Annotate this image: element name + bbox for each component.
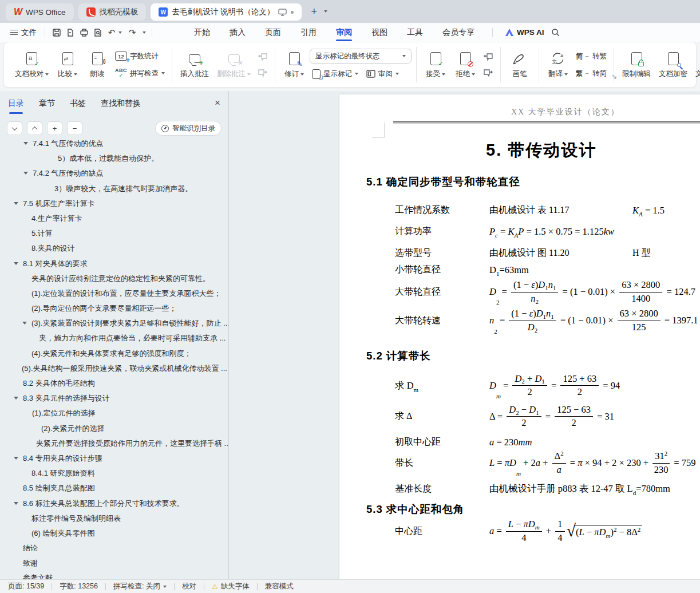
undo-button[interactable]: ↶ — [105, 26, 118, 39]
review-pane-button[interactable]: 审阅 — [364, 67, 401, 81]
menu-item-引用[interactable]: 引用 — [291, 23, 326, 42]
toc-item[interactable]: 致谢 — [0, 556, 228, 571]
sidebar-tab-书签[interactable]: 书签 — [70, 98, 86, 114]
search-button[interactable] — [549, 26, 563, 39]
collapse-all-button[interactable] — [27, 121, 42, 135]
collapse-triangle-icon[interactable] — [14, 262, 18, 265]
word-count-indicator[interactable]: 字数: 13256 — [52, 580, 105, 593]
page-indicator[interactable]: 页面: 15/39 — [8, 580, 52, 593]
menu-item-审阅[interactable]: 审阅 — [326, 23, 362, 42]
toc-item[interactable]: 8.夹具的设计 — [0, 241, 228, 256]
expand-all-button[interactable] — [7, 121, 22, 135]
toc-item[interactable]: 8.6 标注夹具总装配图上个部分尺寸和技术要求。 — [0, 496, 228, 511]
sidebar-tab-目录[interactable]: 目录 — [8, 98, 24, 114]
to-traditional-button[interactable]: 简→ 转繁 — [574, 49, 609, 63]
collapse-triangle-icon[interactable] — [23, 172, 28, 175]
toc-item[interactable]: (1).定位装置的设计和布置，应尽量使主要支承面积大些； — [0, 286, 228, 301]
toc-item[interactable]: (3).夹紧装置的设计则要求夹紧力足够和自锁性能好，防止 ... — [0, 316, 228, 331]
close-icon[interactable]: × — [215, 98, 220, 108]
wps-ai-button[interactable]: WPS AI — [505, 28, 544, 37]
show-markup-button[interactable]: ❏ 显示标记 — [310, 67, 361, 81]
doc-proof-button[interactable]: a✓ 文档校对 — [11, 46, 52, 84]
toc-item[interactable]: 夹，施力方向和作用点要恰当，必要时可采用辅助支承 ... — [0, 331, 228, 346]
toc-item[interactable]: 8.2 夹具体的毛坯结构 — [0, 376, 228, 391]
sidebar-tab-查找和替换[interactable]: 查找和替换 — [101, 98, 141, 114]
toc-item[interactable]: (1).定位元件的选择 — [0, 406, 228, 421]
undo-chevron-icon[interactable] — [118, 31, 122, 34]
smart-recognize-toc-button[interactable]: 智能识别目录 — [155, 121, 222, 136]
tab-list-chevron-icon[interactable] — [324, 10, 327, 13]
toc-item[interactable]: 8.1 对夹具体的要求 — [0, 256, 228, 271]
sidebar-tab-章节[interactable]: 章节 — [39, 98, 55, 114]
toc-item[interactable]: 5）成本低，过载能自动保护。 — [0, 151, 228, 166]
reject-button[interactable]: 拒绝 — [451, 46, 480, 84]
toc-item[interactable]: 4.生产率计算卡 — [0, 211, 228, 226]
toc-item[interactable]: 8.5 绘制夹具总装配图 — [0, 481, 228, 496]
collapse-triangle-icon[interactable] — [23, 142, 28, 145]
toc-item[interactable]: 标注零件编号及编制明细表 — [0, 511, 228, 526]
file-menu-button[interactable]: 文件 — [7, 27, 40, 38]
markup-state-select[interactable]: 显示标记的最终状态 — [310, 49, 412, 64]
proof-indicator[interactable]: 校对 — [175, 580, 204, 593]
toc-item[interactable]: 5.计算 — [0, 226, 228, 241]
to-simplified-button[interactable]: 繁→ 转简 — [574, 66, 609, 80]
app-home-tab[interactable]: W WPS Office — [6, 3, 74, 21]
toc-item[interactable]: 夹具的设计应特别注意定位的稳定性和夹紧的可靠性。 — [0, 271, 228, 286]
toc-item[interactable]: 7.4.1 气压传动的优点 — [0, 136, 228, 151]
toc-item[interactable]: 结论 — [0, 541, 228, 556]
menu-item-插入[interactable]: 插入 — [220, 23, 255, 42]
menu-item-页面[interactable]: 页面 — [255, 23, 291, 42]
encrypt-button[interactable]: 文档加密 — [655, 46, 691, 84]
new-tab-button[interactable]: + — [309, 6, 319, 18]
template-tab[interactable]: 找稻壳模板 — [78, 3, 147, 21]
compare-button[interactable]: ⇄ 比较 — [53, 46, 82, 84]
document-tab[interactable]: W 去毛刺机设计 说明书（论文） — [151, 3, 302, 21]
toc-item[interactable]: (6) 绘制夹具零件图 — [0, 526, 228, 541]
menu-item-会员专享[interactable]: 会员专享 — [433, 23, 484, 42]
collapse-triangle-icon[interactable] — [22, 322, 27, 325]
export-pdf-button[interactable] — [64, 26, 77, 39]
zoom-out-button[interactable]: − — [67, 121, 82, 135]
zoom-in-button[interactable]: + — [47, 121, 62, 135]
dialog-launcher-icon[interactable] — [612, 71, 616, 81]
spell-check-button[interactable]: ABC✓ 拼写检查 — [113, 66, 167, 80]
word-count-button[interactable]: 12+ 字数统计 — [113, 49, 167, 63]
spell-check-indicator[interactable]: 拼写检查: 关闭 — [106, 580, 174, 593]
toolbar-more-chevron-icon[interactable] — [143, 31, 146, 34]
toc-item[interactable]: (5).夹具结构一般采用快速夹紧，联动夹紧或机械化传动装置 ... — [0, 361, 228, 376]
toc-item[interactable]: 8.4.1 研究原始资料 — [0, 466, 228, 481]
missing-font-indicator[interactable]: ⚠缺失字体 — [204, 580, 257, 593]
accept-button[interactable]: ✓ 接受 — [421, 46, 450, 84]
compat-mode-indicator[interactable]: 兼容模式 — [258, 580, 301, 593]
previous-revision-icon[interactable] — [482, 51, 495, 62]
toc-item[interactable]: 7.4.2 气压传动的缺点 — [0, 166, 228, 181]
menu-item-视图[interactable]: 视图 — [362, 23, 397, 42]
toc-item[interactable]: (2).导向定位的两个支承要尽量相距远一些； — [0, 301, 228, 316]
next-revision-icon[interactable] — [482, 67, 495, 78]
document-page[interactable]: XX 大学毕业设计（论文） 5. 带传动设计 5.1 确定同步带型号和带轮直径工… — [339, 94, 700, 579]
print-preview-button[interactable] — [91, 26, 105, 39]
translate-button[interactable]: 文A 翻译 — [544, 46, 572, 84]
redo-button[interactable]: ↷ — [125, 26, 139, 39]
toc-item[interactable]: 3）噪声较大，在高速排气时要加消声器。 — [0, 181, 228, 196]
toc-item[interactable]: 8.3 夹具元件的选择与设计 — [0, 391, 228, 406]
track-changes-button[interactable]: ✎ 修订 — [280, 46, 309, 84]
finalize-button[interactable]: ✓ 文档定稿 — [692, 46, 700, 84]
toc-item[interactable]: 夹紧元件要选择接受原始作用力的元件，这里要选择手柄 ... — [0, 436, 228, 451]
save-button[interactable] — [50, 26, 64, 39]
toc-item[interactable]: 7.5 机床生产率计算卡 — [0, 196, 228, 211]
print-button[interactable] — [77, 26, 91, 39]
toc-item[interactable]: (2).夹紧元件的选择 — [0, 421, 228, 436]
collapse-triangle-icon[interactable] — [14, 397, 18, 400]
collapse-triangle-icon[interactable] — [14, 202, 18, 205]
toc-item[interactable]: 8.4 专用夹具的设计步骤 — [0, 451, 228, 466]
toc-item[interactable]: (4).夹紧元件和夹具体要求有足够的强度和刚度； — [0, 346, 228, 361]
insert-comment-button[interactable]: + 插入批注 — [177, 46, 212, 84]
read-aloud-button[interactable]: ≡)) 朗读 — [83, 46, 112, 84]
collapse-triangle-icon[interactable] — [14, 502, 18, 505]
restrict-edit-button[interactable]: 限制编辑 — [619, 46, 654, 84]
menu-item-开始[interactable]: 开始 — [184, 23, 220, 42]
collapse-triangle-icon[interactable] — [14, 457, 18, 460]
toc-item[interactable]: 参考文献 — [0, 571, 228, 579]
brush-button[interactable]: 画笔 — [505, 46, 534, 84]
